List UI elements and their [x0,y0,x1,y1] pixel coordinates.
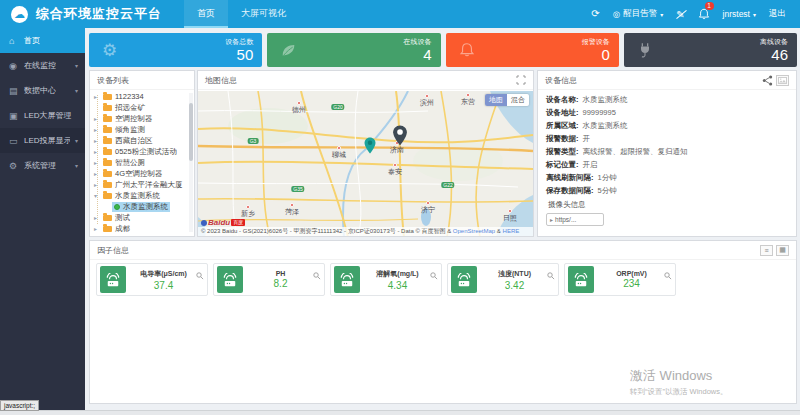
tree-node[interactable]: ▸ 1122334 [90,91,188,102]
sidebar-item-icon: ◉ [9,61,19,71]
fullscreen-icon[interactable] [516,75,526,85]
sidebar-item[interactable]: ◉ 在线监控 ▾ [0,53,85,78]
factor-card[interactable]: 电导率(μS/cm) 37.4 [96,263,208,296]
tree-node[interactable]: ▸ 空调控制器 [90,113,188,124]
caret-icon[interactable]: ▸ [94,126,101,133]
factor-card[interactable]: 浊度(NTU) 3.42 [447,263,559,296]
highway-shield: G3 [248,138,259,144]
magnifier-icon[interactable] [430,266,438,284]
caret-icon[interactable]: ▸ [94,159,101,166]
tree-node[interactable]: ▸ 4G空调控制器 [90,168,188,179]
factor-value: 4.34 [360,280,435,291]
logout-button[interactable]: 退出 [769,8,786,20]
info-row: 报警数据: 开 [546,132,790,145]
factor-card[interactable]: 溶解氧(mg/L) 4.34 [330,263,442,296]
info-value: 开 [583,132,591,145]
sidebar-item-icon: ▣ [9,111,19,121]
alarm-toggle[interactable]: ◎ 醒目告警 ▾ [613,8,663,20]
caret-icon[interactable]: ▸ [94,170,101,177]
map-pin[interactable] [393,125,408,146]
factor-card[interactable]: PH 8.2 [213,263,325,296]
sidebar-item[interactable]: ▭ LED投屏显示 ▾ [0,128,85,153]
tree-node[interactable]: ▸ 广州太平洋金融大厦 [90,179,188,190]
info-row: 设备名称: 水质监测系统 [546,93,790,106]
magnifier-icon[interactable] [664,266,672,284]
tree-node[interactable]: ▸ 测试 [90,212,188,223]
tree-node[interactable]: 招远金矿 [90,102,188,113]
magnifier-icon[interactable] [196,266,204,284]
caret-icon[interactable]: ▸ [94,148,101,155]
image-view-icon[interactable] [776,75,789,86]
map-city-label: 菏泽 [285,203,299,215]
folder-icon [103,226,112,232]
map-copyright: © 2023 Baidu - GS(2021)6026号 - 甲测资字11111… [198,227,533,236]
sidebar-item-icon: ▤ [9,86,19,96]
map-pin[interactable] [364,137,376,154]
factor-name: ORP(mV) [594,270,669,277]
tree-node[interactable]: ▸ 成都 [90,223,188,234]
folder-icon [103,160,112,166]
info-value: 99999995 [583,106,616,119]
list-view-icon[interactable]: ≡ [760,245,773,256]
share-icon[interactable] [762,75,773,86]
here-link[interactable]: HERE [503,228,520,234]
navbar-menu: 首页 大屏可视化 [184,0,299,28]
user-menu[interactable]: jnrstest ▾ [723,9,756,19]
navbar-menu-item[interactable]: 首页 [184,0,228,28]
caret-icon[interactable]: ▸ [94,93,101,100]
sidebar-item[interactable]: ⚙ 系统管理 ▾ [0,153,85,178]
tree-node[interactable]: ▸ 智慧公厕 [90,157,188,168]
horizontal-scrollbar[interactable] [0,410,800,415]
highway-shield: G35 [291,186,304,192]
map-type-button[interactable]: 地图 [485,94,507,106]
folder-icon [103,182,112,188]
folder-icon [114,204,120,210]
sidebar-item[interactable]: ⌂ 首页 [0,28,85,53]
play-icon: ▸ [550,216,553,223]
tree-node[interactable]: ▸ 倾角监测 [90,124,188,135]
caret-icon[interactable]: ▸ [94,214,101,221]
tree-scrollbar[interactable] [189,93,193,232]
info-value: 水质监测系统 [583,119,628,132]
info-value: 水质监测系统 [583,93,628,106]
magnifier-icon[interactable] [547,266,555,284]
navbar-menu-item[interactable]: 大屏可视化 [228,0,299,28]
factor-card[interactable]: ORP(mV) 234 [564,263,676,296]
folder-icon [103,105,112,111]
map-city-label: 聊城 [332,146,346,158]
info-label: 离线刷新间隔: [546,171,594,184]
baidu-logo-cn: 百度 [231,219,245,226]
tree-node[interactable]: 水质监测系统 [90,201,188,212]
caret-icon[interactable]: ▸ [94,225,101,232]
edit-disabled-icon[interactable]: ✎ [676,9,684,20]
caret-icon[interactable]: ▸ [94,137,101,144]
tree-node-label: 广州太平洋金融大厦 [115,180,183,190]
sidebar-item-icon: ⚙ [9,161,19,171]
refresh-icon[interactable]: ⟳ [591,9,599,19]
map-city-label: 济宁 [421,201,435,213]
sensor-device-icon [334,266,360,293]
caret-icon[interactable]: ▸ [94,115,101,122]
tree-node[interactable]: ▸ 0525粉尘测试活动 [90,146,188,157]
grid-view-icon[interactable]: ▦ [776,245,789,256]
osm-link[interactable]: OpenStreetMap [453,228,495,234]
caret-icon[interactable]: ▸ [94,181,101,188]
chevron-down-icon: ▾ [75,162,78,169]
tree-node[interactable]: ▸ 西藏自治区 [90,135,188,146]
baidu-paw-icon [201,220,207,226]
stat-value: 46 [760,47,788,63]
notifications-icon[interactable]: 1 [698,8,710,20]
map-type-button[interactable]: 混合 [507,94,529,106]
magnifier-icon[interactable] [313,266,321,284]
folder-icon [103,94,112,100]
sidebar-item[interactable]: ▣ LED大屏管理 [0,103,85,128]
tree-node[interactable]: ▾ 水质监测系统 [90,190,188,201]
info-label: 所属区域: [546,119,579,132]
map-canvas[interactable]: 德州 滨州 东营 聊城 济南 [198,91,533,236]
sidebar-item[interactable]: ▤ 数据中心 ▾ [0,78,85,103]
navbar-right: ⟳ ◎ 醒目告警 ▾ ✎ 1 jnrstest ▾ 退出 [591,8,800,20]
camera-stream-link[interactable]: ▸ https/... [546,213,604,226]
scrollbar-thumb[interactable] [189,103,193,161]
caret-icon[interactable]: ▾ [94,192,101,199]
device-info-fields: 设备名称: 水质监测系统 设备地址: 99999995 所属区域: 水质监测系统… [546,93,790,197]
